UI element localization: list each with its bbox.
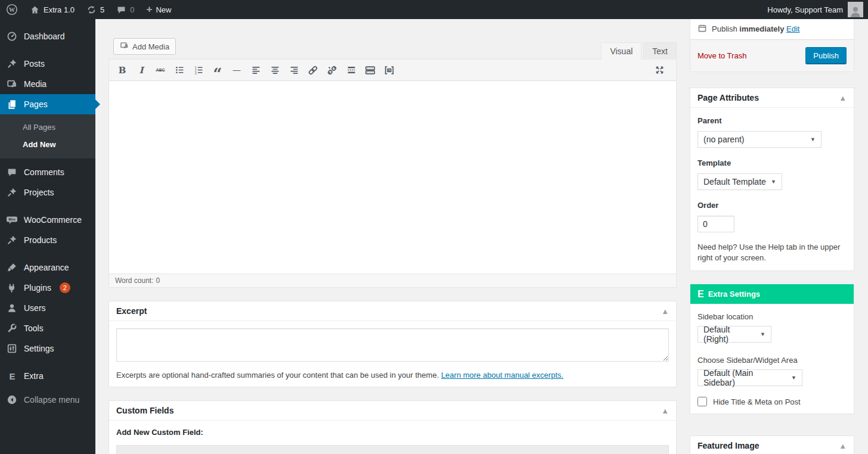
publish-immediately-text: Publish immediately Edit (712, 24, 799, 33)
submenu-add-new[interactable]: Add New (0, 136, 95, 153)
bullet-list-button[interactable] (172, 63, 187, 78)
numbered-list-button[interactable]: 123 (191, 63, 206, 78)
collapse-toggle-icon[interactable]: ▲ (839, 94, 847, 102)
media-icon (6, 78, 18, 90)
comments-icon (6, 166, 18, 178)
add-media-icon (120, 41, 129, 52)
toolbar-toggle-button[interactable] (362, 63, 378, 78)
custom-fields-header[interactable]: Custom Fields ▲ (109, 401, 676, 421)
sidebar-item-woocommerce[interactable]: Woo WooCommerce (0, 210, 95, 230)
dashboard-icon (6, 30, 18, 42)
wordpress-logo-menu[interactable]: W (0, 0, 24, 19)
collapse-menu-button[interactable]: Collapse menu (0, 390, 95, 410)
sidebar-item-users[interactable]: Users (0, 298, 95, 318)
widget-area-label: Choose Sidebar/Widget Area (698, 356, 847, 365)
template-select[interactable]: Default Template ▼ (698, 173, 782, 190)
hide-title-meta-checkbox[interactable] (698, 397, 707, 406)
insert-link-button[interactable] (305, 63, 321, 78)
sidebar-item-pages[interactable]: Pages (0, 94, 95, 114)
edit-publish-time-link[interactable]: Edit (786, 24, 799, 33)
excerpt-textarea[interactable] (116, 328, 669, 362)
sidebar-item-label: Appearance (24, 263, 69, 272)
add-media-button[interactable]: Add Media (113, 38, 176, 55)
sidebar-location-value: Default (Right) (703, 325, 755, 344)
sidebar-item-tools[interactable]: Tools (0, 318, 95, 338)
admin-sidebar: Dashboard Posts Media Pages All Pages Ad… (0, 19, 95, 454)
wysiwyg-editor: B I ABC 123 “ — (108, 59, 677, 288)
site-name-menu[interactable]: Extra 1.0 (24, 0, 80, 19)
sidebar-item-appearance[interactable]: Appearance (0, 257, 95, 278)
italic-button[interactable]: I (134, 63, 149, 78)
parent-label: Parent (698, 116, 847, 125)
sidebar-item-dashboard[interactable]: Dashboard (0, 26, 95, 46)
hide-title-meta-label: Hide Title & Meta on Post (713, 397, 801, 406)
remove-link-button[interactable] (324, 63, 340, 78)
move-to-trash-link[interactable]: Move to Trash (698, 51, 746, 60)
collapse-toggle-icon[interactable]: ▲ (839, 442, 847, 450)
sidebar-item-label: Tools (24, 324, 44, 333)
sidebar-item-label: Pages (24, 99, 48, 109)
editor-content-area[interactable] (109, 81, 676, 273)
editor-column: Add Media Visual Text B I ABC 123 (108, 19, 677, 454)
tab-text[interactable]: Text (643, 42, 677, 60)
publish-postbox: Publish immediately Edit Move to Trash P… (690, 19, 854, 72)
widget-area-select[interactable]: Default (Main Sidebar) ▼ (698, 369, 802, 386)
excerpt-description: Excerpts are optional hand-crafted summa… (116, 371, 439, 380)
align-center-button[interactable] (267, 63, 283, 78)
update-count: 5 (100, 5, 104, 14)
chevron-down-icon: ▼ (791, 375, 796, 381)
blockquote-button[interactable]: “ (210, 63, 225, 78)
collapse-toggle-icon[interactable]: ▲ (661, 307, 669, 315)
excerpt-header[interactable]: Excerpt ▲ (109, 301, 676, 321)
submenu-all-pages[interactable]: All Pages (0, 119, 95, 136)
more-tag-button[interactable] (343, 63, 359, 78)
extra-logo-icon: E (698, 289, 703, 300)
sidebar-item-extra[interactable]: E Extra (0, 366, 95, 386)
updates-menu[interactable]: 5 (80, 0, 110, 19)
sidebar-location-select[interactable]: Default (Right) ▼ (698, 326, 771, 343)
widget-area-value: Default (Main Sidebar) (703, 368, 786, 387)
page-attributes-postbox: Page Attributes ▲ Parent (no parent) ▼ T… (690, 88, 854, 271)
sidebar-item-settings[interactable]: Settings (0, 338, 95, 359)
collapse-toggle-icon[interactable]: ▲ (661, 407, 669, 415)
settings-sliders-icon (6, 343, 18, 355)
comments-menu[interactable]: 0 (110, 0, 140, 19)
sidebar-item-plugins[interactable]: Plugins 2 (0, 278, 95, 298)
order-input[interactable] (698, 216, 734, 232)
new-content-menu[interactable]: + New (141, 0, 178, 19)
sidebar-item-projects[interactable]: Projects (0, 182, 95, 203)
manual-excerpts-link[interactable]: Learn more about manual excerpts. (441, 371, 563, 380)
sidebar-item-media[interactable]: Media (0, 74, 95, 94)
sidebar-item-products[interactable]: Products (0, 230, 95, 250)
align-right-button[interactable] (286, 63, 302, 78)
word-count-label: Word count: (115, 276, 153, 285)
featured-image-title: Featured Image (698, 441, 759, 450)
tab-visual[interactable]: Visual (601, 42, 641, 60)
featured-image-header[interactable]: Featured Image ▲ (690, 436, 854, 454)
admin-bar: W Extra 1.0 5 0 + New Howdy, Support Te (0, 0, 868, 19)
new-label: New (156, 5, 171, 14)
fullscreen-expand-button[interactable] (652, 63, 667, 78)
account-menu[interactable]: Howdy, Support Team (767, 0, 868, 19)
sidebar-item-label: Collapse menu (24, 395, 79, 405)
sidebar-item-comments[interactable]: Comments (0, 162, 95, 182)
pushpin-icon (6, 234, 18, 246)
sidebar-item-posts[interactable]: Posts (0, 54, 95, 74)
sidebar-item-label: Products (24, 235, 57, 245)
wordpress-logo-icon: W (6, 4, 18, 15)
parent-select[interactable]: (no parent) ▼ (698, 131, 822, 148)
pages-icon (6, 98, 18, 110)
align-left-button[interactable] (248, 63, 264, 78)
sidebar-location-label: Sidebar location (698, 312, 847, 321)
horizontal-rule-button[interactable]: — (229, 63, 244, 78)
add-media-label: Add Media (132, 42, 169, 51)
sidebar-item-label: Comments (24, 167, 64, 177)
custom-fields-title: Custom Fields (116, 406, 173, 415)
strikethrough-button[interactable]: ABC (153, 63, 168, 78)
paintbrush-icon (6, 262, 18, 273)
comment-count: 0 (130, 5, 134, 14)
bold-button[interactable]: B (114, 63, 130, 78)
distraction-free-button[interactable] (382, 63, 397, 78)
publish-button[interactable]: Publish (805, 47, 847, 64)
page-attributes-header[interactable]: Page Attributes ▲ (690, 88, 854, 108)
